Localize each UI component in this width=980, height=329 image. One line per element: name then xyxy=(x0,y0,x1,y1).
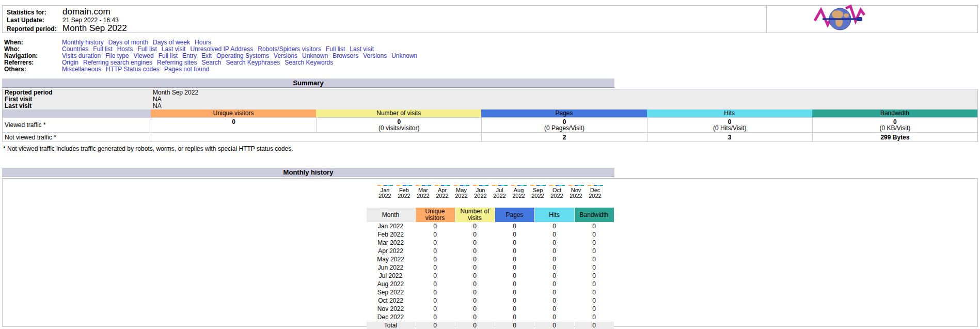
monthly-col-header-bandwidth: Bandwidth xyxy=(575,208,614,222)
header-divider xyxy=(766,6,767,33)
menu-link-versions[interactable]: Versions xyxy=(274,52,297,59)
menu-link-referring-search-engines[interactable]: Referring search engines xyxy=(83,59,152,66)
chart-year-label: 2022 xyxy=(414,193,432,199)
chart-month-group-dec-2022: Dec2022 xyxy=(586,185,604,199)
chart-month-group-jul-2022: Jul2022 xyxy=(491,185,509,199)
menu-link-hosts[interactable]: Hosts xyxy=(117,45,133,53)
summary-title-bar: Summary xyxy=(2,79,614,88)
chart-bars-jun-2022 xyxy=(471,185,489,186)
menu-link-viewed[interactable]: Viewed xyxy=(134,52,154,59)
monthly-history-table: MonthUnique visitorsNumber of visitsPage… xyxy=(366,207,614,329)
menu-link-days-of-month[interactable]: Days of month xyxy=(108,39,148,46)
chart-month-group-nov-2022: Nov2022 xyxy=(567,185,585,199)
summary-metric-header-hits: Hits xyxy=(647,109,812,117)
menu-link-last-visit[interactable]: Last visit xyxy=(350,45,374,53)
chart-month-group-aug-2022: Aug2022 xyxy=(510,185,528,199)
month-cell: Apr 2022 xyxy=(367,247,415,255)
menu-link-versions[interactable]: Versions xyxy=(363,52,387,59)
bar-bandwidth xyxy=(466,185,469,186)
bandwidth-cell: 0 xyxy=(575,314,614,321)
summary-table: Reported periodMonth Sep 2022First visit… xyxy=(2,89,978,142)
pages-cell: 0 xyxy=(495,272,534,280)
not-viewed-value-bandwidth: 299 Bytes xyxy=(812,132,977,142)
menu-link-pages-not-found[interactable]: Pages not found xyxy=(164,66,209,73)
menu-link-days-of-week[interactable]: Days of week xyxy=(153,39,190,46)
menu-link-origin[interactable]: Origin xyxy=(62,59,78,66)
unique-visitors-cell: 0 xyxy=(416,247,455,255)
unique-visitors-cell: 0 xyxy=(416,231,455,239)
summary-footnote: * Not viewed traffic includes traffic ge… xyxy=(3,145,980,152)
number-of-visits-cell: 0 xyxy=(455,305,495,313)
total-bandwidth-cell: 0 xyxy=(575,322,614,329)
menu-link-search[interactable]: Search xyxy=(201,59,221,66)
menu-link-unresolved-ip-address[interactable]: Unresolved IP Address xyxy=(190,45,253,53)
bandwidth-cell: 0 xyxy=(575,272,614,280)
bandwidth-cell: 0 xyxy=(575,305,614,313)
menu-link-full-list[interactable]: Full list xyxy=(159,52,178,59)
menu-link-full-list[interactable]: Full list xyxy=(137,45,156,53)
last-update-label: Last Update: xyxy=(7,17,62,24)
not-viewed-value-pages: 2 xyxy=(481,132,646,142)
bandwidth-cell: 0 xyxy=(575,256,614,263)
site-domain: domain.com xyxy=(62,7,110,17)
number-of-visits-cell: 0 xyxy=(455,297,495,305)
bandwidth-cell: 0 xyxy=(575,289,614,296)
unique-visitors-cell: 0 xyxy=(416,223,455,230)
monthly-col-header-number-of-visits: Number of visits xyxy=(455,208,495,222)
bar-bandwidth xyxy=(390,185,393,186)
menu-link-monthly-history[interactable]: Monthly history xyxy=(62,39,104,46)
monthly-row-oct-2022: Oct 202200000 xyxy=(367,297,614,305)
last-update-value: 21 Sep 2022 - 16:43 xyxy=(62,17,119,24)
unique-visitors-cell: 0 xyxy=(416,305,455,313)
unique-visitors-cell: 0 xyxy=(416,272,455,280)
chart-year-label: 2022 xyxy=(491,193,509,199)
menu-link-unknown[interactable]: Unknown xyxy=(391,52,417,59)
hits-cell: 0 xyxy=(535,280,574,288)
menu-link-countries[interactable]: Countries xyxy=(62,45,88,53)
pages-cell: 0 xyxy=(495,297,534,305)
monthly-row-jul-2022: Jul 202200000 xyxy=(367,272,614,280)
menu-link-unknown[interactable]: Unknown xyxy=(302,52,328,59)
awstats-logo[interactable] xyxy=(813,3,867,33)
menu-link-operating-systems[interactable]: Operating Systems xyxy=(216,52,269,59)
chart-month-group-feb-2022: Feb2022 xyxy=(395,185,413,199)
chart-bars-dec-2022 xyxy=(586,185,604,186)
bar-bandwidth xyxy=(428,185,431,186)
not-viewed-value-hits: 3 xyxy=(647,132,812,142)
hits-cell: 0 xyxy=(535,247,574,255)
monthly-row-dec-2022: Dec 202200000 xyxy=(367,314,614,321)
menu-link-entry[interactable]: Entry xyxy=(182,52,197,59)
chart-year-label: 2022 xyxy=(529,193,547,199)
bar-bandwidth xyxy=(409,185,412,186)
monthly-row-feb-2022: Feb 202200000 xyxy=(367,231,614,239)
summary-info-value-reported-period: Month Sep 2022 xyxy=(151,89,977,96)
menu-link-last-visit[interactable]: Last visit xyxy=(162,45,186,53)
menu-link-search-keyphrases[interactable]: Search Keyphrases xyxy=(226,59,280,66)
menu-link-full-list[interactable]: Full list xyxy=(93,45,112,53)
menu-link-visits-duration[interactable]: Visits duration xyxy=(62,52,101,59)
menu-link-exit[interactable]: Exit xyxy=(201,52,212,59)
chart-year-label: 2022 xyxy=(376,193,394,199)
menu-link-miscellaneous[interactable]: Miscellaneous xyxy=(62,66,101,73)
bar-bandwidth xyxy=(581,185,584,186)
value-sub: (0 visits/visitor) xyxy=(317,125,481,132)
value-sub: (0 KB/Visit) xyxy=(813,125,977,132)
hits-cell: 0 xyxy=(535,297,574,305)
unique-visitors-cell: 0 xyxy=(416,289,455,296)
menu-link-hours[interactable]: Hours xyxy=(195,39,211,46)
menu-link-browsers[interactable]: Browsers xyxy=(333,52,358,59)
chart-bars-jan-2022 xyxy=(376,185,394,186)
menu-link-search-keywords[interactable]: Search Keywords xyxy=(284,59,333,66)
summary-info-value-first-visit: NA xyxy=(151,96,977,103)
menu-link-full-list[interactable]: Full list xyxy=(326,45,345,53)
hits-cell: 0 xyxy=(535,305,574,313)
chart-year-label: 2022 xyxy=(567,193,585,199)
menu-link-file-type[interactable]: File type xyxy=(105,52,129,59)
bandwidth-cell: 0 xyxy=(575,223,614,230)
menu-link-referring-sites[interactable]: Referring sites xyxy=(157,59,197,66)
menu-link-robots-spiders-visitors[interactable]: Robots/Spiders visitors xyxy=(258,45,321,53)
chart-bars-mar-2022 xyxy=(414,185,432,186)
reported-period-label: Reported period: xyxy=(7,25,62,33)
chart-year-label: 2022 xyxy=(586,193,604,199)
menu-link-http-status-codes[interactable]: HTTP Status codes xyxy=(106,66,160,73)
